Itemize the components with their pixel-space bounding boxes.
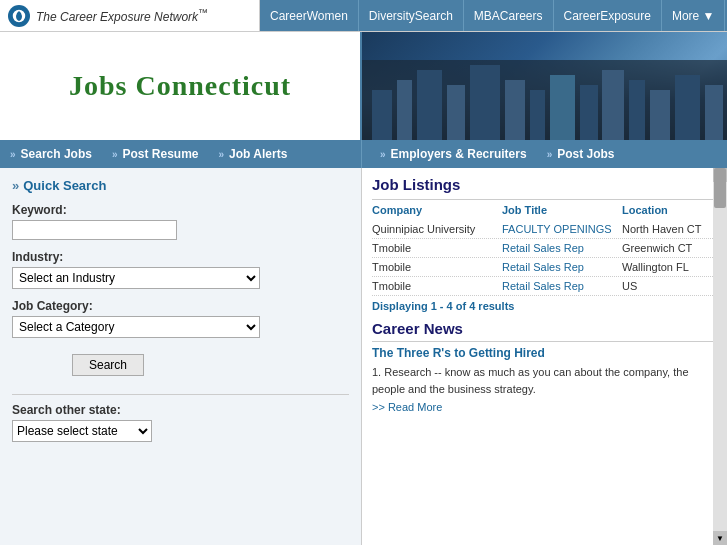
job-listings-title: Job Listings (372, 176, 717, 193)
quick-search-section: » Quick Search Keyword: Industry: Select… (12, 178, 349, 442)
sub-nav-post-jobs[interactable]: » Post Jobs (537, 147, 625, 161)
job-title-1[interactable]: Retail Sales Rep (502, 242, 622, 254)
nav-tabs: CareerWomen DiversitySearch MBACareers C… (260, 0, 727, 31)
category-select[interactable]: Select a Category (12, 316, 260, 338)
svg-rect-11 (602, 70, 624, 140)
industry-group: Industry: Select an Industry (12, 250, 349, 289)
scrollbar-down-button[interactable]: ▼ (713, 531, 727, 545)
cityscape-svg (362, 60, 727, 140)
keyword-group: Keyword: (12, 203, 349, 240)
table-row: Tmobile Retail Sales Rep US (372, 277, 717, 296)
industry-select[interactable]: Select an Industry (12, 267, 260, 289)
news-divider (372, 341, 717, 342)
job-location-3: US (622, 280, 702, 292)
listings-divider (372, 199, 717, 200)
chevron-search-icon: » (10, 149, 16, 160)
right-panel: Job Listings Company Job Title Location … (362, 168, 727, 545)
chevron-resume-icon: » (112, 149, 118, 160)
other-state-group: Search other state: Please select state (12, 403, 349, 442)
col-title-header: Job Title (502, 204, 622, 216)
job-location-0: North Haven CT (622, 223, 702, 235)
svg-rect-10 (580, 85, 598, 140)
keyword-input[interactable] (12, 220, 177, 240)
svg-rect-8 (530, 90, 545, 140)
job-location-2: Wallington FL (622, 261, 702, 273)
logo-area: The Career Exposure Network™ (0, 0, 260, 31)
col-location-header: Location (622, 204, 702, 216)
search-button[interactable]: Search (72, 354, 144, 376)
job-company-0: Quinnipiac University (372, 223, 502, 235)
chevron-post-jobs-icon: » (547, 149, 553, 160)
nav-tab-more[interactable]: More ▼ (662, 0, 726, 31)
read-more-link[interactable]: >> Read More (372, 401, 717, 413)
chevron-employers-icon: » (380, 149, 386, 160)
job-company-2: Tmobile (372, 261, 502, 273)
sub-nav-post-resume[interactable]: » Post Resume (102, 147, 209, 161)
svg-rect-6 (470, 65, 500, 140)
svg-rect-14 (675, 75, 700, 140)
svg-rect-3 (397, 80, 412, 140)
hero-left: Jobs Connecticut (0, 32, 362, 140)
other-state-label: Search other state: (12, 403, 349, 417)
svg-rect-5 (447, 85, 465, 140)
job-title-0[interactable]: FACULTY OPENINGS (502, 223, 622, 235)
state-select[interactable]: Please select state (12, 420, 152, 442)
svg-rect-4 (417, 70, 442, 140)
category-label: Job Category: (12, 299, 349, 313)
sub-nav-right: » Employers & Recruiters » Post Jobs (362, 140, 727, 168)
sub-nav-job-alerts[interactable]: » Job Alerts (209, 147, 298, 161)
job-title-2[interactable]: Retail Sales Rep (502, 261, 622, 273)
sub-nav-search-jobs[interactable]: » Search Jobs (0, 147, 102, 161)
col-company-header: Company (372, 204, 502, 216)
career-news-title: Career News (372, 320, 717, 337)
nav-tab-careerwomen[interactable]: CareerWomen (260, 0, 359, 31)
job-company-1: Tmobile (372, 242, 502, 254)
keyword-label: Keyword: (12, 203, 349, 217)
svg-rect-9 (550, 75, 575, 140)
job-listings: Job Listings Company Job Title Location … (372, 176, 717, 312)
table-row: Tmobile Retail Sales Rep Wallington FL (372, 258, 717, 277)
left-panel: » Quick Search Keyword: Industry: Select… (0, 168, 362, 545)
news-article-title[interactable]: The Three R's to Getting Hired (372, 346, 717, 360)
job-company-3: Tmobile (372, 280, 502, 292)
category-group: Job Category: Select a Category (12, 299, 349, 338)
table-row: Tmobile Retail Sales Rep Greenwich CT (372, 239, 717, 258)
scrollbar[interactable]: ▲ ▼ (713, 168, 727, 545)
svg-rect-2 (372, 90, 392, 140)
svg-rect-15 (705, 85, 723, 140)
logo-text: The Career Exposure Network™ (36, 7, 208, 24)
main: » Quick Search Keyword: Industry: Select… (0, 168, 727, 545)
table-row: Quinnipiac University FACULTY OPENINGS N… (372, 220, 717, 239)
svg-rect-12 (629, 80, 645, 140)
nav-tab-careerexposure[interactable]: CareerExposure (554, 0, 662, 31)
nav-tab-mbacareers[interactable]: MBACareers (464, 0, 554, 31)
divider (12, 394, 349, 395)
hero-title: Jobs Connecticut (69, 70, 291, 102)
industry-label: Industry: (12, 250, 349, 264)
svg-rect-7 (505, 80, 525, 140)
quick-search-title: » Quick Search (12, 178, 349, 193)
job-location-1: Greenwich CT (622, 242, 702, 254)
displaying-text: Displaying 1 - 4 of 4 results (372, 300, 717, 312)
job-title-3[interactable]: Retail Sales Rep (502, 280, 622, 292)
nav-tab-diversitysearch[interactable]: DiversitySearch (359, 0, 464, 31)
col-headers: Company Job Title Location (372, 204, 717, 216)
chevron-alerts-icon: » (219, 149, 225, 160)
header: The Career Exposure Network™ CareerWomen… (0, 0, 727, 32)
svg-rect-13 (650, 90, 670, 140)
hero: Jobs Connecticut (0, 32, 727, 140)
quick-search-chevron-icon: » (12, 178, 19, 193)
news-article-body: 1. Research -- know as much as you can a… (372, 364, 717, 397)
career-news: Career News The Three R's to Getting Hir… (372, 320, 717, 413)
hero-right (362, 32, 727, 140)
sub-nav-left: » Search Jobs » Post Resume » Job Alerts (0, 140, 362, 168)
sub-nav: » Search Jobs » Post Resume » Job Alerts… (0, 140, 727, 168)
scrollbar-thumb[interactable] (714, 168, 726, 208)
logo-icon (8, 5, 30, 27)
sub-nav-employers[interactable]: » Employers & Recruiters (370, 147, 537, 161)
